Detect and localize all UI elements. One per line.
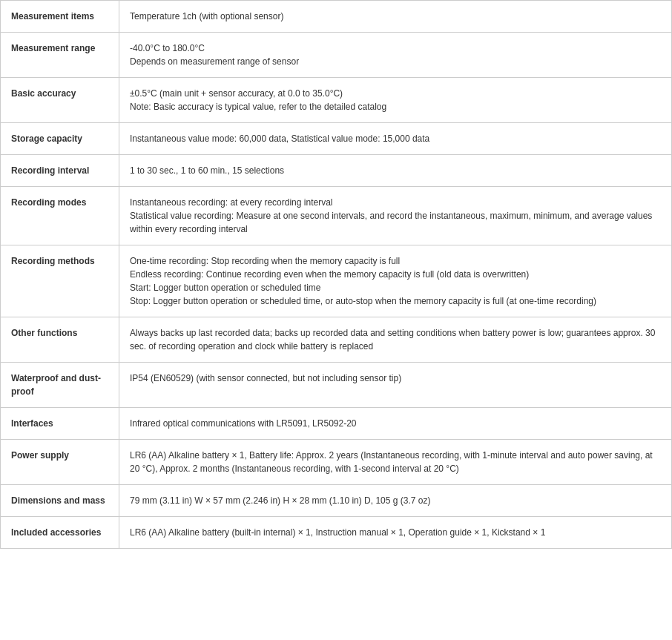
table-row: Recording methodsOne-time recording: Sto… bbox=[1, 245, 672, 317]
row-label: Recording interval bbox=[1, 155, 119, 187]
row-value: 1 to 30 sec., 1 to 60 min., 15 selection… bbox=[119, 155, 672, 187]
table-row: Measurement itemsTemperature 1ch (with o… bbox=[1, 1, 672, 33]
table-row: Storage capacityInstantaneous value mode… bbox=[1, 123, 672, 155]
table-row: Other functionsAlways backs up last reco… bbox=[1, 317, 672, 363]
row-value: Instantaneous recording: at every record… bbox=[119, 187, 672, 245]
row-value: Temperature 1ch (with optional sensor) bbox=[119, 1, 672, 33]
row-label: Dimensions and mass bbox=[1, 485, 119, 517]
table-row: Power supplyLR6 (AA) Alkaline battery × … bbox=[1, 440, 672, 485]
row-label: Other functions bbox=[1, 317, 119, 363]
table-row: Basic accuracy±0.5°C (main unit + sensor… bbox=[1, 78, 672, 123]
row-value: -40.0°C to 180.0°CDepends on measurement… bbox=[119, 33, 672, 78]
row-value: ±0.5°C (main unit + sensor accuracy, at … bbox=[119, 78, 672, 123]
row-value: 79 mm (3.11 in) W × 57 mm (2.246 in) H ×… bbox=[119, 485, 672, 517]
row-value: Always backs up last recorded data; back… bbox=[119, 317, 672, 363]
row-label: Storage capacity bbox=[1, 123, 119, 155]
row-label: Power supply bbox=[1, 440, 119, 485]
table-row: Included accessoriesLR6 (AA) Alkaline ba… bbox=[1, 517, 672, 549]
table-row: Recording modesInstantaneous recording: … bbox=[1, 187, 672, 245]
row-label: Basic accuracy bbox=[1, 78, 119, 123]
row-value: LR6 (AA) Alkaline battery (built-in inte… bbox=[119, 517, 672, 549]
row-value: Infrared optical communications with LR5… bbox=[119, 408, 672, 440]
table-row: Waterproof and dust-proofIP54 (EN60529) … bbox=[1, 363, 672, 408]
row-value: One-time recording: Stop recording when … bbox=[119, 245, 672, 317]
table-row: Measurement range-40.0°C to 180.0°CDepen… bbox=[1, 33, 672, 78]
row-label: Waterproof and dust-proof bbox=[1, 363, 119, 408]
row-value: IP54 (EN60529) (with sensor connected, b… bbox=[119, 363, 672, 408]
row-label: Measurement range bbox=[1, 33, 119, 78]
spec-table: Measurement itemsTemperature 1ch (with o… bbox=[0, 0, 672, 549]
row-label: Recording methods bbox=[1, 245, 119, 317]
row-label: Measurement items bbox=[1, 1, 119, 33]
table-row: InterfacesInfrared optical communication… bbox=[1, 408, 672, 440]
row-value: LR6 (AA) Alkaline battery × 1, Battery l… bbox=[119, 440, 672, 485]
row-value: Instantaneous value mode: 60,000 data, S… bbox=[119, 123, 672, 155]
table-row: Recording interval1 to 30 sec., 1 to 60 … bbox=[1, 155, 672, 187]
row-label: Recording modes bbox=[1, 187, 119, 245]
table-row: Dimensions and mass79 mm (3.11 in) W × 5… bbox=[1, 485, 672, 517]
row-label: Interfaces bbox=[1, 408, 119, 440]
row-label: Included accessories bbox=[1, 517, 119, 549]
